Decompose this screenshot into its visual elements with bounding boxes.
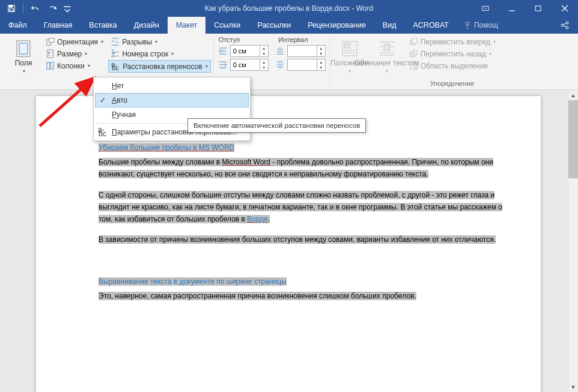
columns-button[interactable]: Колонки▾ — [43, 60, 106, 71]
spacing-heading: Интервал — [278, 36, 308, 43]
hyphenation-auto[interactable]: ✓Авто — [95, 93, 249, 107]
tab-view[interactable]: Вид — [374, 17, 405, 34]
margins-icon — [14, 40, 32, 58]
svg-rect-5 — [535, 6, 541, 11]
minimize-button[interactable] — [499, 0, 525, 17]
svg-rect-1 — [10, 5, 13, 8]
heading-1[interactable]: Убираем большие пробелы в MS WORD — [99, 140, 517, 153]
selection-pane-label: Область выделения — [421, 62, 488, 70]
scroll-down-button[interactable]: ▼ — [568, 382, 578, 392]
maximize-button[interactable] — [525, 0, 552, 17]
send-backward-button[interactable]: Переместить назад▾ — [407, 48, 498, 59]
undo-button[interactable] — [27, 2, 43, 15]
tab-mailings[interactable]: Рассылки — [249, 17, 299, 34]
orientation-button[interactable]: Ориентация▾ — [43, 36, 106, 47]
spin-up[interactable]: ▲ — [317, 46, 325, 51]
share-button[interactable] — [552, 17, 578, 34]
tab-references[interactable]: Ссылки — [205, 17, 249, 34]
save-button[interactable] — [4, 2, 19, 15]
spin-up[interactable]: ▲ — [260, 46, 268, 51]
close-button[interactable] — [552, 0, 578, 17]
tab-acrobat[interactable]: ACROBAT — [404, 17, 457, 34]
svg-point-8 — [466, 22, 469, 25]
tab-layout[interactable]: Макет — [168, 17, 205, 34]
line-numbers-icon: 12 — [111, 49, 120, 58]
tab-file[interactable]: Файл — [0, 17, 35, 34]
scroll-thumb[interactable] — [568, 100, 578, 178]
selection-pane-button[interactable]: Область выделения — [407, 60, 498, 71]
wrap-icon — [378, 40, 396, 58]
svg-rect-40 — [414, 62, 417, 69]
spacing-after-icon — [275, 59, 285, 70]
group-arrange: Положение▾ Обтекание текстом▾ Переместит… — [330, 36, 574, 89]
hyphenation-options-icon: a-bc — [98, 127, 108, 137]
size-button[interactable]: Размер▾ — [43, 48, 106, 59]
svg-rect-29 — [384, 44, 390, 50]
document-area: Убираем большие пробелы в MS WORD Больши… — [0, 90, 578, 392]
indent-left-icon — [218, 46, 228, 56]
spacing-before-icon — [275, 46, 285, 56]
heading-2[interactable]: Выравнивание текста в документе по ширин… — [99, 274, 517, 287]
spacing-before-spinner[interactable]: ▲▼ — [287, 45, 326, 57]
orientation-icon — [46, 37, 55, 46]
send-backward-icon — [409, 49, 418, 58]
size-label: Размер — [57, 50, 82, 58]
svg-rect-38 — [410, 52, 415, 57]
svg-rect-3 — [482, 7, 488, 11]
margins-button[interactable]: Поля▾ — [6, 36, 41, 77]
redo-button[interactable] — [45, 2, 61, 15]
hyphenation-button[interactable]: a-bcРасстановка переносов▾ — [108, 60, 211, 73]
breaks-button[interactable]: Разрывы▾ — [108, 36, 211, 47]
spin-down[interactable]: ▼ — [260, 51, 268, 56]
svg-point-11 — [566, 26, 568, 29]
wrap-text-button[interactable]: Обтекание текстом▾ — [370, 36, 404, 77]
scroll-up-button[interactable]: ▲ — [568, 90, 578, 100]
spacing-before-input[interactable] — [288, 47, 317, 55]
position-button[interactable]: Положение▾ — [332, 36, 367, 77]
spacing-after-input[interactable] — [288, 61, 317, 68]
hyphenation-none[interactable]: Нет — [95, 79, 249, 93]
paragraph[interactable] — [99, 254, 517, 266]
svg-rect-18 — [50, 62, 53, 69]
spin-up[interactable]: ▲ — [260, 59, 268, 65]
hyphenation-icon: a-bc — [111, 62, 120, 71]
svg-text:bc: bc — [112, 64, 119, 71]
paragraph[interactable]: Большие пробелы между словами в Microsof… — [99, 155, 517, 180]
paragraph[interactable]: С одной стороны, слишком большие отступы… — [99, 188, 517, 225]
indent-left-input[interactable] — [231, 47, 260, 55]
paragraph[interactable]: В зависимости от причины возникновения б… — [99, 233, 517, 245]
paragraph[interactable]: Это, наверное, самая распространенная пр… — [99, 289, 517, 301]
indent-right-input[interactable] — [231, 61, 260, 68]
bring-forward-button[interactable]: Переместить вперед▾ — [407, 36, 498, 47]
check-icon: ✓ — [100, 96, 106, 104]
ribbon-display-button[interactable] — [472, 0, 499, 17]
vertical-scrollbar[interactable]: ▲ ▼ — [568, 90, 578, 392]
quick-access-toolbar — [0, 2, 71, 15]
svg-text:bc: bc — [99, 130, 106, 137]
spin-down[interactable]: ▼ — [260, 65, 268, 70]
tooltip: Включение автоматической расстановки пер… — [187, 118, 366, 133]
tab-design[interactable]: Дизайн — [126, 17, 168, 34]
svg-point-10 — [566, 22, 568, 24]
tab-insert[interactable]: Вставка — [81, 17, 125, 34]
qat-customize-button[interactable] — [63, 2, 71, 15]
columns-icon — [46, 61, 55, 70]
tab-home[interactable]: Главная — [35, 17, 81, 34]
tab-review[interactable]: Рецензирование — [299, 17, 374, 34]
selection-pane-icon — [409, 61, 418, 70]
line-numbers-button[interactable]: 12Номера строк▾ — [108, 48, 211, 59]
scroll-track[interactable] — [568, 100, 578, 382]
spin-down[interactable]: ▼ — [317, 65, 325, 70]
send-backward-label: Переместить назад — [421, 50, 486, 58]
spacing-after-spinner[interactable]: ▲▼ — [287, 59, 326, 71]
title-bar: Как убрать большие пробелы в Ворде.docx … — [0, 0, 578, 17]
tell-me[interactable]: Помощ — [457, 17, 504, 34]
indent-right-icon — [218, 59, 228, 70]
indent-left-spinner[interactable]: ▲▼ — [230, 45, 269, 57]
orientation-label: Ориентация — [57, 38, 98, 46]
bring-forward-icon — [409, 37, 418, 46]
spin-up[interactable]: ▲ — [317, 59, 325, 65]
spin-down[interactable]: ▼ — [317, 51, 325, 56]
bring-forward-label: Переместить вперед — [421, 38, 490, 46]
indent-right-spinner[interactable]: ▲▼ — [230, 59, 269, 71]
